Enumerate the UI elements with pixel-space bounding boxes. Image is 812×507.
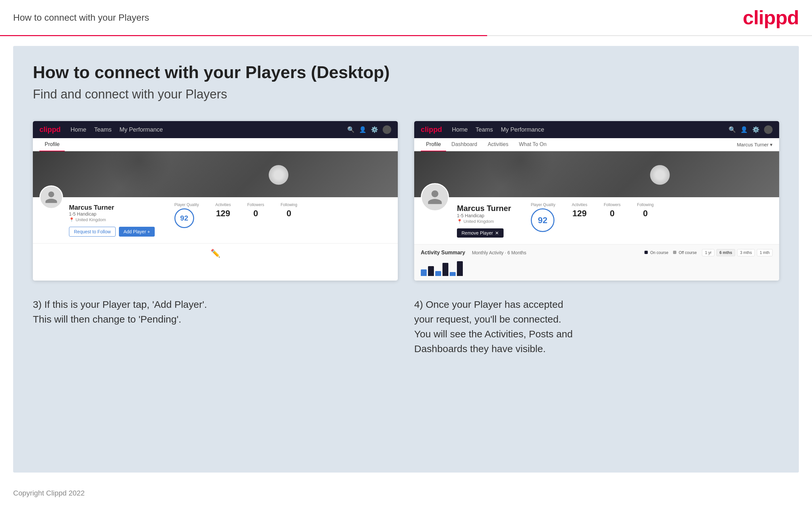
nav-avatar-right[interactable] <box>764 125 773 134</box>
screenshot-bottom-left: ✏️ <box>33 243 398 263</box>
tab-dashboard-right[interactable]: Dashboard <box>446 138 482 151</box>
time-btn-3mths[interactable]: 3 mths <box>737 249 755 256</box>
tab-user-right: Marcus Turner ▾ <box>737 138 773 151</box>
screenshot-left: clippd Home Teams My Performance 🔍 👤 ⚙️ … <box>33 121 398 281</box>
caption-left: 3) If this is your Player tap, 'Add Play… <box>33 297 398 356</box>
tab-profile-right[interactable]: Profile <box>421 138 446 151</box>
avatar-icon-left <box>44 190 58 205</box>
profile-details-right: Marcus Turner 1-5 Handicap 📍 United King… <box>457 203 773 238</box>
off-course-legend: Off course <box>673 250 697 255</box>
avatar-icon-right <box>426 189 444 206</box>
profile-location-left: 📍 United Kingdom <box>69 217 155 222</box>
nav-teams-right[interactable]: Teams <box>476 126 493 133</box>
top-bar: How to connect with your Players clippd <box>0 0 812 36</box>
followers-stat-left: Followers 0 <box>247 203 264 228</box>
caption-right: 4) Once your Player has acceptedyour req… <box>414 297 779 356</box>
avatar-right <box>421 183 449 211</box>
page-title: How to connect with your Players (Deskto… <box>33 62 779 82</box>
activity-legend: On course Off course <box>645 250 697 255</box>
quality-circle-left: 92 <box>174 208 194 228</box>
activities-stat-right: Activities 129 <box>572 203 587 232</box>
nav-teams-left[interactable]: Teams <box>94 126 112 133</box>
copyright: Copyright Clippd 2022 <box>13 489 85 497</box>
time-btn-6mths[interactable]: 6 mths <box>716 249 735 256</box>
mini-chart <box>421 260 773 276</box>
nav-home-left[interactable]: Home <box>70 126 86 133</box>
time-btn-1mth[interactable]: 1 mth <box>757 249 773 256</box>
nav-avatar-left[interactable] <box>383 125 391 134</box>
profile-name-block-left: Marcus Turner 1-5 Handicap 📍 United King… <box>69 203 155 237</box>
tab-what-to-on-right[interactable]: What To On <box>514 138 552 151</box>
chart-bar-6 <box>457 261 463 276</box>
profile-hero-right <box>414 151 779 197</box>
settings-icon-left[interactable]: ⚙️ <box>371 126 378 133</box>
nav-performance-right[interactable]: My Performance <box>501 126 544 133</box>
location-icon-left: 📍 <box>69 217 74 222</box>
profile-info-left: Marcus Turner 1-5 Handicap 📍 United King… <box>33 197 398 243</box>
app-logo-left: clippd <box>39 125 61 134</box>
chart-bar-1 <box>421 269 427 276</box>
app-tabs-left: Profile <box>33 138 398 151</box>
screenshot-right: clippd Home Teams My Performance 🔍 👤 ⚙️ … <box>414 121 779 281</box>
tab-profile-left[interactable]: Profile <box>39 138 65 151</box>
add-player-button[interactable]: Add Player + <box>119 227 155 237</box>
time-btn-1yr[interactable]: 1 yr <box>702 249 714 256</box>
profile-name-left: Marcus Turner <box>69 204 155 211</box>
quality-circle-right: 92 <box>531 208 554 232</box>
nav-home-right[interactable]: Home <box>452 126 468 133</box>
off-course-dot <box>673 251 676 254</box>
activity-summary: Activity Summary Monthly Activity · 6 Mo… <box>414 244 779 281</box>
chart-bar-2 <box>428 266 434 276</box>
page-breadcrumb: How to connect with your Players <box>13 12 149 23</box>
nav-right-left: 🔍 👤 ⚙️ <box>347 125 391 134</box>
profile-location-right: 📍 United Kingdom <box>457 219 511 224</box>
profile-info-right: Marcus Turner 1-5 Handicap 📍 United King… <box>414 197 779 244</box>
profile-name-right: Marcus Turner <box>457 204 511 213</box>
request-follow-button[interactable]: Request to Follow <box>69 227 116 237</box>
activity-subtitle: Monthly Activity · 6 Months <box>472 250 526 255</box>
app-nav-left: clippd Home Teams My Performance 🔍 👤 ⚙️ <box>33 121 398 138</box>
activity-time-buttons: 1 yr 6 mths 3 mths 1 mth <box>702 249 773 256</box>
action-buttons-left: Request to Follow Add Player + <box>69 227 155 237</box>
app-tabs-right: Profile Dashboard Activities What To On … <box>414 138 779 151</box>
chart-bar-4 <box>443 263 448 276</box>
clippd-logo: clippd <box>743 6 799 29</box>
app-logo-right: clippd <box>421 125 442 134</box>
avatar-left <box>39 185 63 209</box>
activity-header: Activity Summary Monthly Activity · 6 Mo… <box>421 249 773 256</box>
profile-details-left: Marcus Turner 1-5 Handicap 📍 United King… <box>69 203 391 237</box>
profile-handicap-left: 1-5 Handicap <box>69 211 155 217</box>
tab-activities-right[interactable]: Activities <box>483 138 514 151</box>
nav-right-right: 🔍 👤 ⚙️ <box>728 125 773 134</box>
activities-stat-left: Activities 129 <box>215 203 231 228</box>
plus-icon: + <box>148 229 150 234</box>
nav-items-left: Home Teams My Performance <box>70 126 163 133</box>
x-icon: ✕ <box>495 230 499 236</box>
stats-block-right: Player Quality 92 Activities 129 Followe… <box>531 203 654 232</box>
profile-name-block-right: Marcus Turner 1-5 Handicap 📍 United King… <box>457 203 511 238</box>
captions-row: 3) If this is your Player tap, 'Add Play… <box>33 297 779 356</box>
remove-player-button[interactable]: Remove Player ✕ <box>457 228 504 238</box>
profile-hero-left <box>33 151 398 197</box>
activity-title-group: Activity Summary Monthly Activity · 6 Mo… <box>421 250 526 256</box>
nav-items-right: Home Teams My Performance <box>452 126 544 133</box>
quality-stat-left: Player Quality 92 <box>174 203 199 228</box>
following-stat-left: Following 0 <box>281 203 297 228</box>
profile-handicap-right: 1-5 Handicap <box>457 213 511 218</box>
following-stat-right: Following 0 <box>637 203 654 232</box>
on-course-dot <box>645 251 648 254</box>
user-icon-right[interactable]: 👤 <box>741 126 748 133</box>
stats-block-left: Player Quality 92 Activities 129 Followe… <box>174 203 297 228</box>
activity-controls: On course Off course 1 yr 6 mths 3 mths <box>645 249 773 256</box>
page-subtitle: Find and connect with your Players <box>33 87 779 101</box>
user-icon-left[interactable]: 👤 <box>359 126 366 133</box>
nav-performance-left[interactable]: My Performance <box>119 126 163 133</box>
activity-title: Activity Summary <box>421 250 465 255</box>
screenshots-row: clippd Home Teams My Performance 🔍 👤 ⚙️ … <box>33 121 779 281</box>
on-course-legend: On course <box>645 250 668 255</box>
search-icon-left[interactable]: 🔍 <box>347 126 354 133</box>
search-icon-right[interactable]: 🔍 <box>728 126 736 133</box>
pencil-icon: ✏️ <box>211 249 220 258</box>
action-buttons-right: Remove Player ✕ <box>457 228 511 238</box>
settings-icon-right[interactable]: ⚙️ <box>752 126 759 133</box>
